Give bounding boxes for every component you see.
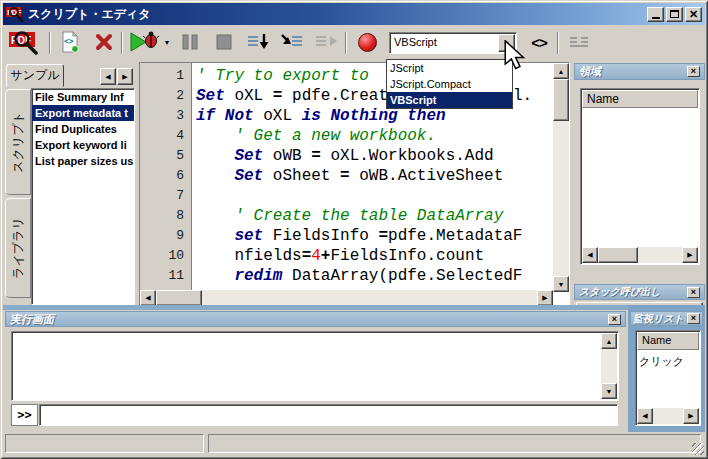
horizontal-splitter[interactable] xyxy=(3,305,705,310)
scroll-down-button[interactable]: ▼ xyxy=(553,276,569,292)
run-debug-button[interactable] xyxy=(127,28,161,56)
language-option[interactable]: JScript xyxy=(387,60,512,76)
code-line[interactable] xyxy=(196,186,553,206)
view-source-button[interactable]: <> xyxy=(523,28,555,56)
step-into-icon xyxy=(279,32,305,52)
code-line[interactable]: Set oSheet = oWB.ActiveSheet xyxy=(196,166,553,186)
scroll-down-button[interactable]: ▼ xyxy=(601,383,617,399)
toolbar: PDF <> xyxy=(3,25,705,60)
code-token: is Nothing then xyxy=(302,107,446,125)
new-script-icon: <> xyxy=(59,30,81,54)
script-list-item[interactable]: File Summary Inf xyxy=(32,89,134,105)
code-line[interactable]: ' Get a new workbook. xyxy=(196,126,553,146)
tab-samples[interactable]: サンプル xyxy=(6,64,64,87)
scrollbar-track[interactable] xyxy=(653,408,683,424)
scope-list[interactable]: Name ◀ ▶ xyxy=(580,88,700,265)
scroll-right-button[interactable]: ▶ xyxy=(537,290,553,306)
line-number: 2 xyxy=(140,86,191,106)
tab-library[interactable]: ライブラリ xyxy=(5,198,31,298)
code-line[interactable]: if Not oXL is Nothing then xyxy=(196,106,553,126)
tab-scroll-right-button[interactable]: ▶ xyxy=(117,68,133,85)
record-button[interactable] xyxy=(351,28,383,56)
step-into-button[interactable] xyxy=(277,28,307,56)
scope-name-column-header[interactable]: Name xyxy=(582,90,698,108)
scrollbar-thumb[interactable] xyxy=(598,247,638,263)
tab-library-label: ライブラリ xyxy=(10,217,27,278)
code-token: nfields xyxy=(196,247,302,265)
pdf-find-icon: PDF xyxy=(8,29,44,55)
step-over-icon xyxy=(245,32,271,52)
command-input[interactable] xyxy=(39,404,618,426)
close-icon[interactable]: × xyxy=(687,287,700,298)
scroll-up-button[interactable]: ▲ xyxy=(553,63,569,79)
command-prompt-label: >> xyxy=(11,404,38,426)
watch-item[interactable]: クリック xyxy=(637,352,699,371)
close-icon[interactable]: × xyxy=(608,314,621,325)
script-list-item[interactable]: Export metadata t xyxy=(32,105,134,121)
scrollbar-track[interactable] xyxy=(156,290,537,306)
scrollbar-track[interactable] xyxy=(601,349,617,383)
code-token xyxy=(196,167,234,185)
language-combobox[interactable]: VBScript ▼ xyxy=(389,32,517,54)
tab-scroll-left-button[interactable]: ◀ xyxy=(100,68,116,85)
scrollbar-thumb[interactable] xyxy=(156,290,202,306)
watch-name-column-header[interactable]: Name xyxy=(637,332,699,350)
tab-scripts[interactable]: スクリプト xyxy=(5,89,31,195)
exec-output-area[interactable]: ▲ ▼ xyxy=(11,331,619,401)
scroll-left-button[interactable]: ◀ xyxy=(140,290,156,306)
close-icon[interactable]: × xyxy=(687,313,700,324)
script-list-item[interactable]: List paper sizes us xyxy=(32,153,134,169)
code-line[interactable]: ' Create the table DataArray xyxy=(196,206,553,226)
close-button[interactable]: ✕ xyxy=(685,7,702,22)
code-line[interactable]: Set oWB = oXL.Workbooks.Add xyxy=(196,146,553,166)
code-line[interactable]: set FieldsInfo =pdfe.MetadataF xyxy=(196,226,553,246)
minimize-button[interactable] xyxy=(647,7,664,22)
code-token: oXL.Workbooks.Add xyxy=(321,147,494,165)
scroll-left-button[interactable]: ◀ xyxy=(582,247,598,263)
watch-list[interactable]: Name クリック ◀ ▶ xyxy=(635,330,701,426)
run-dropdown-button[interactable]: ▼ xyxy=(161,28,173,56)
delete-icon xyxy=(94,32,114,52)
delete-script-button[interactable] xyxy=(89,28,119,56)
code-token: = xyxy=(302,247,312,265)
maximize-icon xyxy=(670,10,679,18)
new-script-button[interactable]: <> xyxy=(55,28,85,56)
close-icon[interactable]: × xyxy=(687,66,700,77)
resize-grip[interactable] xyxy=(692,443,704,455)
watch-list-body[interactable]: クリック xyxy=(637,352,699,408)
code-token: ' Get a new workbook. xyxy=(234,127,436,145)
scroll-right-button[interactable]: ▶ xyxy=(683,408,699,424)
step-out-button[interactable] xyxy=(311,28,341,56)
script-list-item[interactable]: Find Duplicates xyxy=(32,121,134,137)
scroll-up-button[interactable]: ▲ xyxy=(601,333,617,349)
maximize-button[interactable] xyxy=(666,7,683,22)
line-number: 8 xyxy=(140,206,191,226)
scope-list-body[interactable] xyxy=(582,110,698,247)
editor-horizontal-scrollbar[interactable]: ◀ ▶ xyxy=(140,290,553,306)
format-code-button[interactable] xyxy=(563,28,595,56)
watch-panel-title: 監視リスト xyxy=(633,312,684,326)
language-option[interactable]: JScript.Compact xyxy=(387,76,512,92)
callstack-panel-header: スタック呼び出し × xyxy=(574,284,705,300)
step-over-button[interactable] xyxy=(243,28,273,56)
pause-button[interactable] xyxy=(175,28,205,56)
code-token: = xyxy=(273,87,283,105)
line-number: 3 xyxy=(140,106,191,126)
language-option[interactable]: VBScript xyxy=(387,92,512,108)
language-dropdown-list[interactable]: JScriptJScript.CompactVBScript xyxy=(386,59,513,109)
pdf-find-button[interactable]: PDF xyxy=(7,28,45,56)
editor-vertical-scrollbar[interactable]: ▲ ▼ xyxy=(553,63,569,292)
line-number-gutter: 1234567891011 xyxy=(140,63,192,290)
script-list-item[interactable]: Export keyword li xyxy=(32,137,134,153)
code-line[interactable]: nfields=4+FieldsInfo.count xyxy=(196,246,553,266)
status-cell-right xyxy=(208,434,701,453)
stop-button[interactable] xyxy=(209,28,239,56)
scrollbar-thumb[interactable] xyxy=(553,79,569,121)
code-token: = xyxy=(311,147,321,165)
line-number: 7 xyxy=(140,186,191,206)
app-icon: PDF xyxy=(6,6,24,22)
scroll-right-button[interactable]: ▶ xyxy=(682,247,698,263)
code-line[interactable]: redim DataArray(pdfe.SelectedF xyxy=(196,266,553,286)
scroll-left-button[interactable]: ◀ xyxy=(637,408,653,424)
script-list[interactable]: File Summary InfExport metadata tFind Du… xyxy=(31,88,135,305)
